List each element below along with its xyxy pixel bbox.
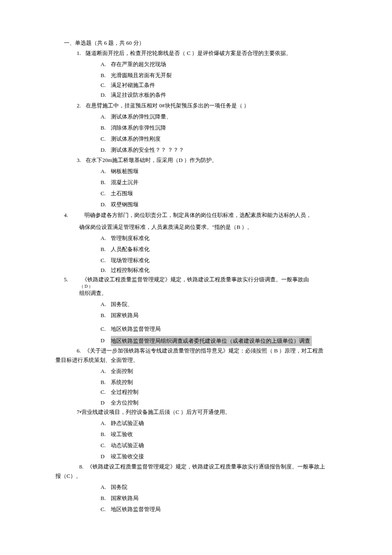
question-2: 2. 在悬臂施工中，挂蓝预压相对 0#块托架预压多出的一项任务是（ ） A.测试… <box>77 101 349 155</box>
options-list: A.静态试验正确 B.竣工验收 C.动态试验正确 D 竣工验收交接 <box>101 419 349 461</box>
question-text-line1: 《关于进一步加强铁路客运专线建设质量管理的指导意见》规定：必须按照（ B ）原理… <box>84 347 323 354</box>
options-list: A.国务院 B.国家铁路局 C.地区铁路监督管理局 <box>101 483 349 514</box>
question-5: 5.《铁路建设工程质量监督管理规定》规定，铁路建设工程质量事故实行分级调查。一般… <box>64 275 349 346</box>
option-d: D.双壁钢围堰 <box>101 200 349 209</box>
options-list: A.存在严重的超欠挖现场 B.光滑圆顺且岩面有无开裂 C.满足衬砌施工条件 D.… <box>101 60 349 100</box>
option-b: B.人员配备标准化 <box>101 245 349 254</box>
option-c: C.测试体系的弹性刚度 <box>101 134 349 144</box>
option-a: A.静态试验正确 <box>101 419 349 428</box>
option-d: D 地区铁路监督管理局组织调查或者委托建设单位（或者建设单位的上级单位）调查 <box>101 335 349 346</box>
question-number: 6. <box>77 346 84 356</box>
question-number: 4. <box>64 211 72 220</box>
option-c: C.动态试验正确 <box>101 441 349 450</box>
question-number: 8. <box>79 462 87 471</box>
question-text-line1: 《铁路建设工程质量监督管理规定》规定，铁路建设工程质量事故实行分级调查。一般事故… <box>82 276 309 283</box>
section-header: 一、单选题（共 6 题，共 60 分） <box>64 38 349 48</box>
option-c: C.全过程控制 <box>101 387 349 397</box>
highlighted-text: 地区铁路监督管理局组织调查或者委托建设单位（或者建设单位的上级单位）调查 <box>111 336 312 346</box>
question-number: 5. <box>64 275 72 284</box>
option-b: B.系统控制 <box>101 378 349 387</box>
option-d: D.满足挂设防水板的条件 <box>101 90 349 100</box>
option-a: A.国务院 <box>101 483 349 492</box>
option-d: D 全方位控制 <box>101 397 349 408</box>
option-d: D.测试体系的安全性？？ ？？？ <box>101 145 349 155</box>
question-number: 3. <box>77 156 84 165</box>
question-3: 3. 在水下20m施工桥墩基础时，应采用（D ）作为防护。 A.钢板桩围堰 B.… <box>77 156 349 209</box>
options-list: A.国务院、 B.国家铁路局 C.地区铁路监督管理局 D 地区铁路监督管理局组织… <box>101 300 349 346</box>
option-a: A.测试体系的弹性沉降量、 <box>101 112 349 121</box>
question-text: 在悬臂施工中，挂蓝预压相对 0#块托架预压多出的一项任务是（ ） <box>86 102 249 109</box>
question-6: 6.《关于进一步加强铁路客运专线建设质量管理的指导意见》规定：必须按照（ B ）… <box>64 346 349 356</box>
option-c: C.满足衬砌施工条件 <box>101 81 349 90</box>
question-number: 2. <box>77 101 84 110</box>
option-a: A.存在严重的超欠挖现场 <box>101 60 349 69</box>
question-text: 在水下20m施工桥墩基础时，应采用（D ）作为防护。 <box>86 157 217 163</box>
option-b: B.消除体系的非弹性沉降 <box>101 123 349 133</box>
option-a: A.全面控制 <box>101 367 349 376</box>
option-c: C.现场管理标准化 <box>101 256 349 265</box>
options-list: A.钢板桩围堰 B.混凝土沉井 C.土石围堰 D.双壁钢围堰 <box>101 167 349 209</box>
option-b: B.混凝土沉井 <box>101 178 349 187</box>
question-7: 7•营业线建设项目，列控设备施工后须（C ）后方可开通使用。 <box>77 408 349 417</box>
option-a: A.国务院、 <box>101 300 349 309</box>
option-b: B.国家铁路局 <box>101 311 349 320</box>
question-sub: （ D ） <box>79 284 349 289</box>
question-4: 4.明确参建各方部门，岗位职责分工，制定具体的岗位任职标准，选配素质和能力达标的… <box>64 211 349 275</box>
option-a: A.管理制度标准化 <box>101 234 349 243</box>
question-text-line1: 《铁路建设工程质量监督管理规定》规定，铁路建设工程质量事故实行逐级报告制度。一般… <box>87 463 325 470</box>
question-6-line2: 量目标进行系统策划、全面管理。 <box>55 356 349 365</box>
document-page: 一、单选题（共 6 题，共 60 分） 1. 隧道断面开挖后，检查开挖轮廓线是否… <box>0 0 392 540</box>
options-list: A.测试体系的弹性沉降量、 B.消除体系的非弹性沉降 C.测试体系的弹性刚度 D… <box>101 112 349 155</box>
option-b: B.竣工验收 <box>101 430 349 439</box>
option-d: D 竣工验收交接 <box>101 451 349 461</box>
question-number: 1. <box>77 49 84 58</box>
question-text-line2: 组织调查。 <box>79 289 349 298</box>
option-d: D.过程控制标准化 <box>101 266 349 275</box>
option-c: C.土石围堰 <box>101 189 349 198</box>
option-c: C.地区铁路监督管理局 <box>101 505 349 514</box>
question-8-line2: 报（C）。 <box>55 471 349 481</box>
options-list: A.全面控制 B.系统控制 C.全过程控制 D 全方位控制 <box>101 367 349 408</box>
question-text: 隧道断面开挖后，检查开挖轮廓线是否（ C ）是评价爆破方案是否合理的主要依据。 <box>86 50 291 56</box>
option-c: C.地区铁路监督管理局 <box>101 324 349 334</box>
option-b: B.光滑圆顺且岩面有无开裂 <box>101 71 349 80</box>
option-b: B.国家铁路局 <box>101 494 349 503</box>
question-1: 1. 隧道断面开挖后，检查开挖轮廓线是否（ C ）是评价爆破方案是否合理的主要依… <box>77 49 349 100</box>
question-text: 明确参建各方部门，岗位职责分工，制定具体的岗位任职标准，选配素质和能力达标的人员… <box>84 212 311 218</box>
options-list: A.管理制度标准化 B.人员配备标准化 C.现场管理标准化 D.过程控制标准化 <box>101 234 349 275</box>
option-a: A.钢板桩围堰 <box>101 167 349 176</box>
question-text-cont: 确保岗位设置满足管理标准，人员素质满足岗位要求。"指的是（B ）。 <box>79 223 349 232</box>
question-8: 8.《铁路建设工程质量监督管理规定》规定，铁路建设工程质量事故实行逐级报告制度。… <box>79 462 349 471</box>
